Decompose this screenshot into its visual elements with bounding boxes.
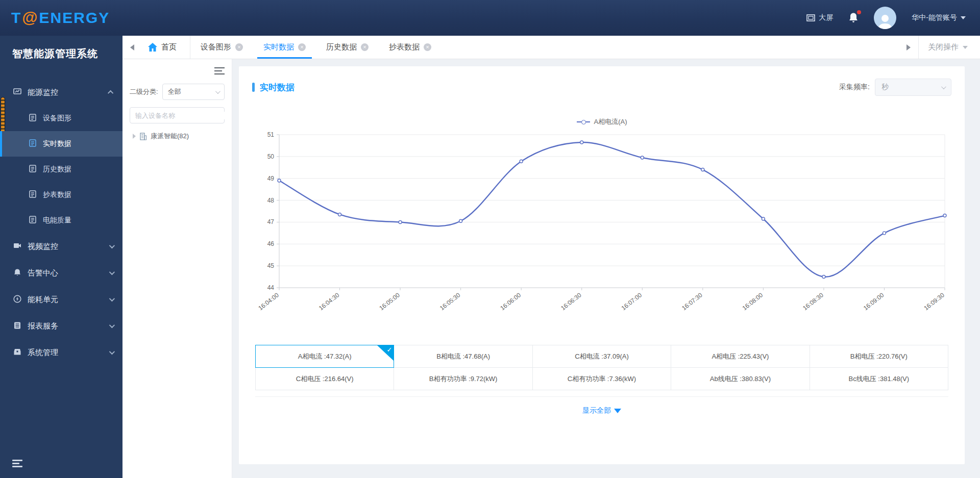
sidebar-subitem[interactable]: 实时数据 — [0, 131, 122, 157]
svg-text:49: 49 — [267, 175, 275, 182]
tab-bar: 首页 设备图形×实时数据×历史数据×抄表数据× 关闭操作 — [122, 36, 980, 59]
video-icon — [13, 242, 21, 251]
cell-label: B相电压 :220.76(V) — [850, 352, 908, 361]
sidebar-item[interactable]: 系统管理 — [0, 339, 122, 366]
tab-close-icon[interactable]: × — [361, 43, 369, 51]
tab-item[interactable]: 实时数据× — [253, 36, 316, 59]
tab-home[interactable]: 首页 — [142, 36, 190, 59]
device-panel: 二级分类: 全部 康派智能(82) — [122, 59, 232, 478]
tab-item[interactable]: 设备图形× — [190, 36, 253, 59]
notification-button[interactable] — [848, 12, 859, 23]
panel-collapse-button[interactable] — [214, 65, 225, 77]
svg-text:16:08:30: 16:08:30 — [801, 291, 825, 312]
freq-select[interactable]: 秒 — [875, 79, 951, 96]
sidebar-subitem-label: 抄表数据 — [43, 190, 71, 199]
title-accent-bar — [252, 83, 255, 92]
sidebar-subitem[interactable]: 设备图形 — [0, 106, 122, 131]
svg-text:16:08:00: 16:08:00 — [741, 291, 765, 312]
table-cell[interactable]: B相电压 :220.76(V) — [810, 345, 948, 368]
table-cell[interactable]: C相电压 :216.64(V) — [255, 367, 394, 390]
doc-icon — [29, 216, 37, 225]
legend-label: A相电流(A) — [594, 117, 627, 127]
table-cell[interactable]: Bc线电压 :381.48(V) — [810, 367, 948, 390]
table-cell[interactable]: Ab线电压 :380.83(V) — [671, 367, 810, 390]
app-header: T@ENERGY 大屏 华中-能管账号 — [0, 0, 980, 36]
sidebar-subitem[interactable]: 历史数据 — [0, 157, 122, 182]
svg-text:16:07:30: 16:07:30 — [680, 291, 704, 312]
svg-text:16:06:30: 16:06:30 — [559, 291, 583, 312]
cell-label: A相电流 :47.32(A) — [298, 352, 352, 361]
cell-label: Bc线电压 :381.48(V) — [849, 374, 910, 384]
freq-label: 采集频率: — [839, 83, 870, 92]
table-cell-selected[interactable]: A相电流 :47.32(A)✓ — [255, 345, 394, 368]
energy-icon — [13, 295, 21, 305]
sidebar-item[interactable]: 能耗单元 — [0, 286, 122, 313]
big-screen-label: 大屏 — [819, 13, 833, 22]
category-label: 二级分类: — [130, 87, 158, 96]
chevron-down-icon — [941, 84, 946, 89]
doc-icon — [29, 139, 37, 149]
close-operations-button[interactable]: 关闭操作 — [918, 36, 980, 59]
system-title: 智慧能源管理系统 — [0, 36, 122, 66]
big-screen-button[interactable]: 大屏 — [806, 13, 833, 22]
category-select[interactable]: 全部 — [162, 84, 225, 100]
svg-text:50: 50 — [267, 153, 275, 160]
cell-label: B相有功功率 :9.72(kW) — [429, 374, 498, 384]
tab-label: 实时数据 — [263, 42, 294, 52]
tree-item-kangpai[interactable]: 康派智能(82) — [130, 132, 225, 141]
table-cell[interactable]: B相有功功率 :9.72(kW) — [394, 367, 532, 390]
sidebar-item[interactable]: 报表服务 — [0, 313, 122, 339]
tab-label: 历史数据 — [326, 42, 357, 52]
svg-text:16:06:00: 16:06:00 — [499, 291, 523, 312]
sidebar-subitem-label: 历史数据 — [43, 165, 71, 174]
tab-close-icon[interactable]: × — [235, 43, 243, 51]
doc-icon — [29, 165, 37, 174]
table-cell[interactable]: C相有功功率 :7.36(kW) — [532, 367, 671, 390]
sidebar-item[interactable]: 告警中心 — [0, 260, 122, 286]
svg-text:16:04:00: 16:04:00 — [257, 291, 280, 312]
sidebar: 智慧能源管理系统 能源监控设备图形实时数据历史数据抄表数据电能质量视频监控告警中… — [0, 36, 122, 478]
device-search-input[interactable] — [135, 112, 225, 119]
sidebar-item[interactable]: 能源监控 — [0, 79, 122, 106]
sidebar-subitem-label: 设备图形 — [43, 114, 71, 123]
page-title: 实时数据 — [252, 82, 295, 93]
chevron-down-icon — [963, 46, 968, 49]
svg-text:51: 51 — [267, 131, 275, 138]
chevron-down-icon — [109, 296, 115, 301]
notification-dot — [857, 10, 861, 14]
tree-item-label: 康派智能(82) — [151, 132, 189, 141]
account-name: 华中-能管账号 — [912, 13, 957, 22]
sidebar-collapse-button[interactable] — [12, 458, 22, 469]
bell-icon — [848, 12, 859, 23]
avatar[interactable] — [874, 7, 896, 29]
main-content: 实时数据 采集频率: 秒 A相电流(A) — [232, 59, 980, 478]
report-icon — [13, 321, 21, 331]
tree-expand-icon[interactable] — [133, 134, 136, 139]
check-icon: ✓ — [387, 346, 393, 354]
sidebar-subitem[interactable]: 抄表数据 — [0, 182, 122, 208]
tab-close-icon[interactable]: × — [298, 43, 306, 51]
device-search — [130, 107, 225, 123]
doc-icon — [29, 190, 37, 200]
cell-label: C相电流 :37.09(A) — [575, 352, 628, 361]
arrow-right-icon — [906, 44, 911, 51]
show-all-button[interactable]: 显示全部 — [239, 406, 965, 415]
account-menu[interactable]: 华中-能管账号 — [912, 13, 966, 22]
table-cell[interactable]: C相电流 :37.09(A) — [532, 345, 671, 368]
sidebar-item[interactable]: 视频监控 — [0, 233, 122, 260]
table-cell[interactable]: B相电流 :47.68(A) — [394, 345, 532, 368]
cell-label: Ab线电压 :380.83(V) — [710, 374, 771, 384]
tab-item[interactable]: 历史数据× — [316, 36, 379, 59]
svg-text:45: 45 — [267, 262, 275, 269]
sidebar-subitem[interactable]: 电能质量 — [0, 208, 122, 233]
cell-label: B相电流 :47.68(A) — [436, 352, 490, 361]
tab-item[interactable]: 抄表数据× — [379, 36, 442, 59]
legend-line-marker-icon — [577, 121, 590, 122]
chart-legend[interactable]: A相电流(A) — [239, 117, 965, 127]
tab-label: 抄表数据 — [389, 42, 420, 52]
tabs-scroll-right-button[interactable] — [899, 36, 918, 59]
table-cell[interactable]: A相电压 :225.43(V) — [671, 345, 810, 368]
tab-close-icon[interactable]: × — [424, 43, 431, 51]
tabs-scroll-left-button[interactable] — [122, 36, 142, 59]
organization-icon — [139, 133, 147, 140]
